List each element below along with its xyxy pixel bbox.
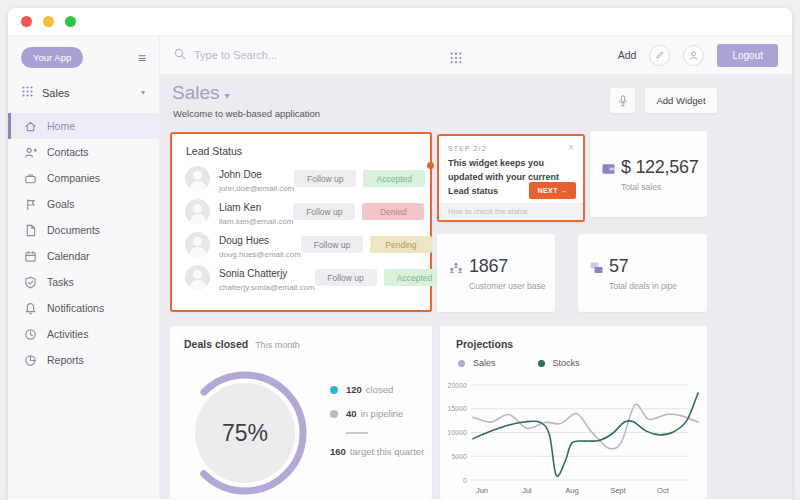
lead-status-widget: Lead Status John Doejohn.doe@email.comFo… xyxy=(170,132,432,312)
lead-status-title: Lead Status xyxy=(172,134,430,162)
layers-icon xyxy=(590,260,603,278)
sidebar-item-companies[interactable]: Companies xyxy=(8,165,159,191)
svg-text:Oct: Oct xyxy=(657,486,670,495)
sidebar-item-goals[interactable]: Goals xyxy=(8,191,159,217)
reports-icon xyxy=(23,353,37,367)
window-titlebar xyxy=(8,8,792,36)
status-badge: Accepted xyxy=(363,170,425,187)
sidebar-item-reports[interactable]: Reports xyxy=(8,347,159,373)
minimize-dot[interactable] xyxy=(43,16,54,27)
sidebar-item-label: Notifications xyxy=(47,302,104,314)
hamburger-icon[interactable]: ≡ xyxy=(138,51,146,65)
lead-row: Sonia Chatterjychatterjy.sonia@email.com… xyxy=(172,261,430,294)
svg-text:Jun: Jun xyxy=(476,486,488,495)
follow-up-button[interactable]: Follow up xyxy=(301,236,363,253)
sidebar-item-notifications[interactable]: Notifications xyxy=(8,295,159,321)
lead-email: liam.ken@email.com xyxy=(219,217,293,226)
workspace-switcher[interactable]: Sales ▾ xyxy=(8,75,159,109)
page-subtitle: Welcome to web-based application xyxy=(173,108,320,119)
customer-base-card: 1867 Customer user base xyxy=(437,234,555,312)
follow-up-button[interactable]: Follow up xyxy=(294,170,356,187)
sidebar-item-home[interactable]: Home xyxy=(8,113,159,139)
lead-email: doug.hues@email.com xyxy=(219,250,301,259)
sidebar-item-activities[interactable]: Activities xyxy=(8,321,159,347)
projections-line-chart: 05000100001500020000JunJulAugSeptOct xyxy=(440,376,707,499)
close-icon[interactable]: × xyxy=(568,143,575,153)
lead-name: Sonia Chatterjy xyxy=(219,268,287,279)
deals-in-pipe-card: 57 Total deals in pipe xyxy=(578,234,707,312)
voice-search-button[interactable] xyxy=(610,88,635,113)
edit-icon[interactable] xyxy=(649,45,670,66)
svg-text:15000: 15000 xyxy=(448,405,468,412)
avatar xyxy=(185,199,210,224)
follow-up-button[interactable]: Follow up xyxy=(315,269,377,286)
projections-legend: SalesStocks xyxy=(440,353,707,368)
svg-text:Sept: Sept xyxy=(610,486,626,495)
avatar xyxy=(185,166,210,191)
sidebar-item-documents[interactable]: Documents xyxy=(8,217,159,243)
search-box[interactable] xyxy=(174,46,364,64)
lead-name: John Doe xyxy=(219,169,262,180)
logout-button[interactable]: Logout xyxy=(717,44,778,67)
topbar: Add Logout xyxy=(160,36,792,75)
grid-icon xyxy=(22,86,33,99)
projections-widget: Projections SalesStocks 0500010000150002… xyxy=(440,326,707,499)
avatar xyxy=(185,265,210,290)
search-icon xyxy=(174,46,186,64)
legend-item: 120closed xyxy=(330,384,424,395)
deals-legend: 120closed40in pipeline160target this qua… xyxy=(330,384,424,470)
chart-legend-sales: Sales xyxy=(458,358,496,368)
lead-name: Doug Hues xyxy=(219,235,269,246)
contacts-icon xyxy=(23,145,37,159)
brand-badge: Your App xyxy=(21,47,83,68)
user-icon[interactable] xyxy=(683,45,704,66)
svg-text:20000: 20000 xyxy=(448,382,468,389)
wallet-icon xyxy=(602,161,615,179)
page-title[interactable]: Sales▾ xyxy=(172,82,230,104)
sidebar-item-label: Tasks xyxy=(47,276,74,288)
status-badge: Denied xyxy=(362,203,424,220)
legend-item: 40in pipeline xyxy=(330,408,424,419)
activities-icon xyxy=(23,327,37,341)
total-sales-card: $ 122,567 Total sales xyxy=(590,131,707,217)
sidebar-item-calendar[interactable]: Calendar xyxy=(8,243,159,269)
sidebar-item-tasks[interactable]: Tasks xyxy=(8,269,159,295)
svg-text:5000: 5000 xyxy=(451,453,467,460)
add-button[interactable]: Add xyxy=(618,49,637,61)
people-icon xyxy=(449,260,463,278)
status-badge: Pending xyxy=(370,236,432,253)
sidebar-item-label: Home xyxy=(47,120,75,132)
search-input[interactable] xyxy=(194,49,364,61)
svg-text:10000: 10000 xyxy=(448,429,468,436)
legend-divider xyxy=(346,432,368,434)
close-dot[interactable] xyxy=(21,16,32,27)
follow-up-button[interactable]: Follow up xyxy=(293,203,355,220)
sidebar-item-contacts[interactable]: Contacts xyxy=(8,139,159,165)
deals-closed-title: Deals closed xyxy=(184,338,248,350)
sidebar: Your App ≡ Sales ▾ HomeContactsCompanies… xyxy=(8,36,160,499)
walkthrough-connector-dot xyxy=(427,162,434,169)
calendar-icon xyxy=(23,249,37,263)
legend-dot xyxy=(330,386,338,394)
customer-base-value: 1867 xyxy=(469,256,546,277)
lead-name: Liam Ken xyxy=(219,202,261,213)
next-button[interactable]: NEXT → xyxy=(529,182,576,199)
customer-base-label: Customer user base xyxy=(469,281,546,291)
sidebar-item-label: Documents xyxy=(47,224,100,236)
walkthrough-tooltip: STEP 2/2 × This widget keeps you updated… xyxy=(437,134,585,222)
zoom-dot[interactable] xyxy=(65,16,76,27)
goals-icon xyxy=(23,197,37,211)
projections-title: Projections xyxy=(440,326,707,353)
apps-grid-icon[interactable] xyxy=(450,50,462,68)
notifications-icon xyxy=(23,301,37,315)
sidebar-item-label: Activities xyxy=(47,328,88,340)
lead-email: john.doe@email.com xyxy=(219,184,294,193)
lead-email: chatterjy.sonia@email.com xyxy=(219,283,315,292)
sidebar-item-label: Reports xyxy=(47,354,84,366)
deals-in-pipe-label: Total deals in pipe xyxy=(609,281,677,291)
walkthrough-footer: How to check the status xyxy=(439,203,583,220)
svg-text:Aug: Aug xyxy=(565,486,578,495)
avatar xyxy=(185,232,210,257)
add-widget-button[interactable]: Add Widget xyxy=(645,88,717,113)
target-row: 160target this quarter xyxy=(330,446,424,457)
